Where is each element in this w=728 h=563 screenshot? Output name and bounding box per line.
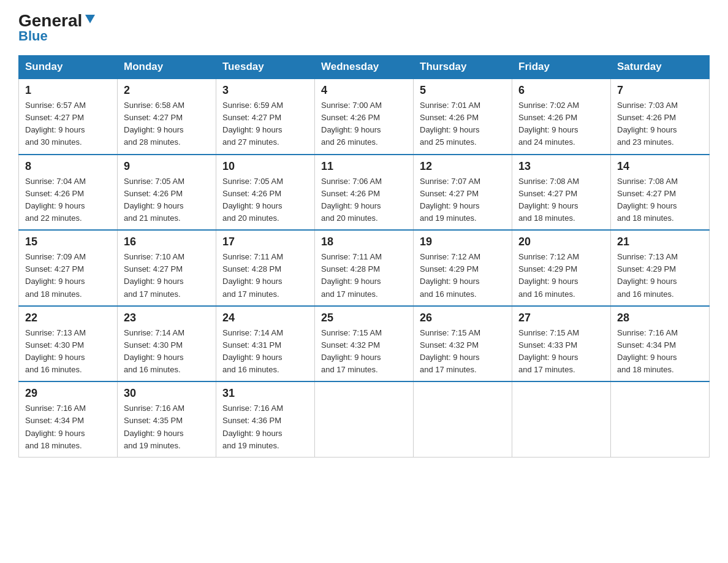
day-number: 16 xyxy=(124,236,210,248)
day-info: Sunrise: 7:06 AM Sunset: 4:26 PM Dayligh… xyxy=(321,175,407,225)
calendar-week-row: 1 Sunrise: 6:57 AM Sunset: 4:27 PM Dayli… xyxy=(19,79,710,155)
day-number: 17 xyxy=(222,236,308,248)
calendar-cell: 26 Sunrise: 7:15 AM Sunset: 4:32 PM Dayl… xyxy=(414,306,512,382)
calendar-cell: 13 Sunrise: 7:08 AM Sunset: 4:27 PM Dayl… xyxy=(512,155,611,231)
calendar-cell: 20 Sunrise: 7:12 AM Sunset: 4:29 PM Dayl… xyxy=(512,230,611,306)
day-info: Sunrise: 7:08 AM Sunset: 4:27 PM Dayligh… xyxy=(518,175,604,225)
day-info: Sunrise: 7:08 AM Sunset: 4:27 PM Dayligh… xyxy=(617,175,703,225)
calendar-cell: 21 Sunrise: 7:13 AM Sunset: 4:29 PM Dayl… xyxy=(611,230,710,306)
calendar-cell: 6 Sunrise: 7:02 AM Sunset: 4:26 PM Dayli… xyxy=(512,79,611,155)
day-number: 9 xyxy=(124,160,210,173)
day-number: 25 xyxy=(321,312,407,324)
calendar-cell: 16 Sunrise: 7:10 AM Sunset: 4:27 PM Dayl… xyxy=(118,230,216,306)
day-info: Sunrise: 7:12 AM Sunset: 4:29 PM Dayligh… xyxy=(420,251,506,301)
day-info: Sunrise: 7:16 AM Sunset: 4:36 PM Dayligh… xyxy=(222,402,308,452)
day-info: Sunrise: 7:13 AM Sunset: 4:30 PM Dayligh… xyxy=(25,327,111,377)
day-number: 15 xyxy=(25,236,111,248)
day-number: 12 xyxy=(420,160,506,173)
calendar-cell: 2 Sunrise: 6:58 AM Sunset: 4:27 PM Dayli… xyxy=(118,79,216,155)
day-info: Sunrise: 7:13 AM Sunset: 4:29 PM Dayligh… xyxy=(617,251,703,301)
logo: General Blue xyxy=(18,12,97,44)
calendar-cell xyxy=(315,381,414,457)
calendar-cell: 3 Sunrise: 6:59 AM Sunset: 4:27 PM Dayli… xyxy=(216,79,315,155)
calendar-cell: 15 Sunrise: 7:09 AM Sunset: 4:27 PM Dayl… xyxy=(19,230,118,306)
day-info: Sunrise: 7:03 AM Sunset: 4:26 PM Dayligh… xyxy=(617,99,703,149)
calendar-cell: 24 Sunrise: 7:14 AM Sunset: 4:31 PM Dayl… xyxy=(216,306,315,382)
day-number: 7 xyxy=(617,84,703,97)
day-info: Sunrise: 6:58 AM Sunset: 4:27 PM Dayligh… xyxy=(124,99,210,149)
calendar-cell: 19 Sunrise: 7:12 AM Sunset: 4:29 PM Dayl… xyxy=(414,230,512,306)
day-number: 4 xyxy=(321,84,407,97)
day-number: 29 xyxy=(25,387,111,400)
day-number: 10 xyxy=(222,160,308,173)
calendar-cell: 11 Sunrise: 7:06 AM Sunset: 4:26 PM Dayl… xyxy=(315,155,414,231)
calendar-cell: 27 Sunrise: 7:15 AM Sunset: 4:33 PM Dayl… xyxy=(512,306,611,382)
day-info: Sunrise: 7:11 AM Sunset: 4:28 PM Dayligh… xyxy=(222,251,308,301)
day-info: Sunrise: 7:07 AM Sunset: 4:27 PM Dayligh… xyxy=(420,175,506,225)
logo-blue-text: Blue xyxy=(18,28,48,44)
day-info: Sunrise: 7:15 AM Sunset: 4:33 PM Dayligh… xyxy=(518,327,604,377)
day-info: Sunrise: 7:01 AM Sunset: 4:26 PM Dayligh… xyxy=(420,99,506,149)
day-info: Sunrise: 6:59 AM Sunset: 4:27 PM Dayligh… xyxy=(222,99,308,149)
calendar-week-row: 22 Sunrise: 7:13 AM Sunset: 4:30 PM Dayl… xyxy=(19,306,710,382)
col-header-sunday: Sunday xyxy=(19,56,118,79)
day-info: Sunrise: 7:16 AM Sunset: 4:34 PM Dayligh… xyxy=(617,327,703,377)
calendar-header-row: SundayMondayTuesdayWednesdayThursdayFrid… xyxy=(19,56,710,79)
day-number: 18 xyxy=(321,236,407,248)
day-number: 22 xyxy=(25,312,111,324)
calendar-cell xyxy=(512,381,611,457)
day-info: Sunrise: 7:00 AM Sunset: 4:26 PM Dayligh… xyxy=(321,99,407,149)
day-number: 20 xyxy=(518,236,604,248)
day-info: Sunrise: 7:15 AM Sunset: 4:32 PM Dayligh… xyxy=(420,327,506,377)
day-number: 3 xyxy=(222,84,308,97)
day-info: Sunrise: 7:15 AM Sunset: 4:32 PM Dayligh… xyxy=(321,327,407,377)
day-info: Sunrise: 7:04 AM Sunset: 4:26 PM Dayligh… xyxy=(25,175,111,225)
calendar-cell xyxy=(414,381,512,457)
calendar-week-row: 8 Sunrise: 7:04 AM Sunset: 4:26 PM Dayli… xyxy=(19,155,710,231)
day-number: 14 xyxy=(617,160,703,173)
calendar-cell: 8 Sunrise: 7:04 AM Sunset: 4:26 PM Dayli… xyxy=(19,155,118,231)
calendar-cell: 25 Sunrise: 7:15 AM Sunset: 4:32 PM Dayl… xyxy=(315,306,414,382)
day-info: Sunrise: 7:16 AM Sunset: 4:35 PM Dayligh… xyxy=(124,402,210,452)
day-info: Sunrise: 7:05 AM Sunset: 4:26 PM Dayligh… xyxy=(124,175,210,225)
calendar-cell xyxy=(611,381,710,457)
day-info: Sunrise: 6:57 AM Sunset: 4:27 PM Dayligh… xyxy=(25,99,111,149)
col-header-monday: Monday xyxy=(118,56,216,79)
day-number: 27 xyxy=(518,312,604,324)
logo-general-text: General xyxy=(18,12,82,29)
day-number: 8 xyxy=(25,160,111,173)
day-number: 24 xyxy=(222,312,308,324)
calendar-cell: 14 Sunrise: 7:08 AM Sunset: 4:27 PM Dayl… xyxy=(611,155,710,231)
day-number: 19 xyxy=(420,236,506,248)
day-info: Sunrise: 7:12 AM Sunset: 4:29 PM Dayligh… xyxy=(518,251,604,301)
calendar-cell: 17 Sunrise: 7:11 AM Sunset: 4:28 PM Dayl… xyxy=(216,230,315,306)
day-number: 5 xyxy=(420,84,506,97)
day-info: Sunrise: 7:14 AM Sunset: 4:31 PM Dayligh… xyxy=(222,327,308,377)
calendar-cell: 9 Sunrise: 7:05 AM Sunset: 4:26 PM Dayli… xyxy=(118,155,216,231)
day-number: 28 xyxy=(617,312,703,324)
day-info: Sunrise: 7:16 AM Sunset: 4:34 PM Dayligh… xyxy=(25,402,111,452)
day-number: 30 xyxy=(124,387,210,400)
calendar-table: SundayMondayTuesdayWednesdayThursdayFrid… xyxy=(18,55,710,458)
day-number: 1 xyxy=(25,84,111,97)
calendar-cell: 31 Sunrise: 7:16 AM Sunset: 4:36 PM Dayl… xyxy=(216,381,315,457)
calendar-cell: 30 Sunrise: 7:16 AM Sunset: 4:35 PM Dayl… xyxy=(118,381,216,457)
calendar-cell: 5 Sunrise: 7:01 AM Sunset: 4:26 PM Dayli… xyxy=(414,79,512,155)
page-header: General Blue xyxy=(18,12,710,44)
calendar-cell: 1 Sunrise: 6:57 AM Sunset: 4:27 PM Dayli… xyxy=(19,79,118,155)
calendar-cell: 29 Sunrise: 7:16 AM Sunset: 4:34 PM Dayl… xyxy=(19,381,118,457)
svg-marker-0 xyxy=(85,15,95,23)
calendar-week-row: 15 Sunrise: 7:09 AM Sunset: 4:27 PM Dayl… xyxy=(19,230,710,306)
day-info: Sunrise: 7:02 AM Sunset: 4:26 PM Dayligh… xyxy=(518,99,604,149)
logo-triangle-icon xyxy=(83,12,97,26)
day-info: Sunrise: 7:14 AM Sunset: 4:30 PM Dayligh… xyxy=(124,327,210,377)
day-info: Sunrise: 7:05 AM Sunset: 4:26 PM Dayligh… xyxy=(222,175,308,225)
calendar-week-row: 29 Sunrise: 7:16 AM Sunset: 4:34 PM Dayl… xyxy=(19,381,710,457)
day-number: 23 xyxy=(124,312,210,324)
calendar-cell: 12 Sunrise: 7:07 AM Sunset: 4:27 PM Dayl… xyxy=(414,155,512,231)
day-number: 2 xyxy=(124,84,210,97)
day-info: Sunrise: 7:11 AM Sunset: 4:28 PM Dayligh… xyxy=(321,251,407,301)
calendar-cell: 23 Sunrise: 7:14 AM Sunset: 4:30 PM Dayl… xyxy=(118,306,216,382)
day-info: Sunrise: 7:10 AM Sunset: 4:27 PM Dayligh… xyxy=(124,251,210,301)
col-header-saturday: Saturday xyxy=(611,56,710,79)
